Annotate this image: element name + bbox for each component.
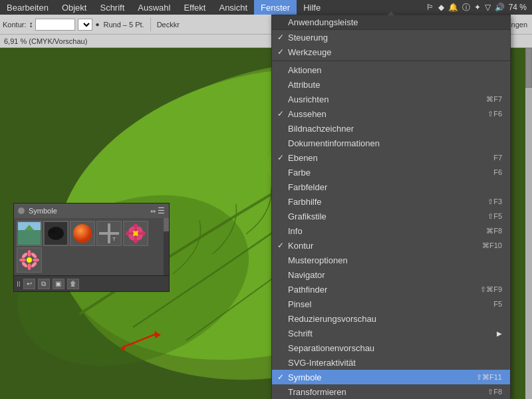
menu-label: Werkzeuge xyxy=(288,47,332,57)
svg-text:T: T xyxy=(112,236,116,242)
menu-label: Symbole xyxy=(288,372,322,382)
panel-new-btn[interactable]: ▣ xyxy=(53,279,65,289)
toolbar-separator xyxy=(150,18,151,31)
menu-item-transformieren[interactable]: Transformieren ⇧F8 xyxy=(272,384,510,399)
fenster-dropdown: Anwendungsleiste Steuerung Werkzeuge Akt… xyxy=(271,15,511,399)
shortcut-ausrichten: ⌘F7 xyxy=(486,95,502,104)
system-icon-volume: 🔊 xyxy=(495,3,505,12)
menu-schrift[interactable]: Schrift xyxy=(93,0,131,15)
shortcut-aussehen: ⇧F6 xyxy=(487,110,502,118)
menu-item-musteroptionen[interactable]: Musteroptionen xyxy=(272,253,510,267)
menu-item-dokumentinformationen[interactable]: Dokumentinformationen xyxy=(272,136,510,150)
shortcut-farbe: F6 xyxy=(493,168,502,176)
menubar: Bearbeiten Objekt Schrift Auswahl Effekt… xyxy=(0,0,532,15)
menu-item-farbhilfe[interactable]: Farbhilfe ⇧F3 xyxy=(272,194,510,209)
menu-item-steuerung[interactable]: Steuerung xyxy=(272,30,510,45)
symbol-item-daisy[interactable] xyxy=(17,247,42,273)
menu-item-reduzierungsvorschau[interactable]: Reduzierungsvorschau xyxy=(272,311,510,326)
menu-item-pathfinder[interactable]: Pathfinder ⇧⌘F9 xyxy=(272,282,510,297)
system-icon-flag: 🏳 xyxy=(426,3,434,12)
panel-titlebar: Symbole ⇔ ☰ xyxy=(14,203,169,218)
menu-bearbeiten[interactable]: Bearbeiten xyxy=(0,0,55,15)
deckkr-label: Deckkr xyxy=(155,21,182,29)
menu-item-ebenen[interactable]: Ebenen F7 xyxy=(272,150,510,165)
menu-fenster[interactable]: Fenster xyxy=(254,0,297,15)
menu-objekt[interactable]: Objekt xyxy=(55,0,94,15)
rund-label: Rund – 5 Pt. xyxy=(102,21,146,29)
panel-menu-icon[interactable]: ☰ xyxy=(158,206,165,215)
scrollbar-thumb[interactable] xyxy=(525,48,532,88)
kontur-select[interactable] xyxy=(78,19,92,31)
panel-delete-btn[interactable]: 🗑 xyxy=(67,279,79,289)
svg-point-35 xyxy=(33,259,39,262)
menu-label: Reduzierungsvorschau xyxy=(288,314,376,324)
statusbar-text: 6,91 % (CMYK/Vorschau) xyxy=(4,37,87,45)
svg-point-7 xyxy=(121,346,125,350)
kontur-label: Kontur: xyxy=(3,21,26,29)
menu-item-aktionen[interactable]: Aktionen xyxy=(272,63,510,77)
menu-ansicht[interactable]: Ansicht xyxy=(212,0,254,15)
menu-label: Pathfinder xyxy=(288,285,327,295)
panel-expand-icon[interactable]: ⇔ xyxy=(150,207,156,215)
menu-label: Anwendungsleiste xyxy=(288,17,358,27)
menu-label: Pinsel xyxy=(288,299,311,309)
menu-auswahl[interactable]: Auswahl xyxy=(131,0,177,15)
menu-item-grafikstile[interactable]: Grafikstile ⇧F5 xyxy=(272,209,510,223)
menu-label: Aktionen xyxy=(288,65,322,75)
menu-label: Bildnachzeichner xyxy=(288,124,354,134)
menu-label: Musteroptionen xyxy=(288,255,348,265)
kontur-input[interactable] xyxy=(35,19,75,31)
panel-close-button[interactable] xyxy=(18,207,25,214)
symbol-item-blob[interactable] xyxy=(43,221,68,246)
symbol-item-sphere[interactable] xyxy=(70,221,95,246)
system-icon-wifi: ▽ xyxy=(485,3,491,12)
svg-point-33 xyxy=(28,263,31,270)
svg-point-13 xyxy=(50,229,55,233)
menu-item-ausrichten[interactable]: Ausrichten ⌘F7 xyxy=(272,92,510,106)
menu-hilfe[interactable]: Hilfe xyxy=(297,0,327,15)
menu-item-symbole[interactable]: Symbole ⇧⌘F11 xyxy=(272,370,510,384)
symbole-panel: Symbole ⇔ ☰ xyxy=(13,203,170,292)
shortcut-pinsel: F5 xyxy=(493,300,502,308)
menu-item-farbfelder[interactable]: Farbfelder xyxy=(272,180,510,194)
menu-label: Attribute xyxy=(288,80,320,90)
menu-item-anwendungsleiste[interactable]: Anwendungsleiste xyxy=(272,15,510,30)
panel-title: Symbole xyxy=(29,207,57,215)
system-icon-dropbox: ◆ xyxy=(438,3,444,12)
menu-item-info[interactable]: Info ⌘F8 xyxy=(272,223,510,238)
symbol-item-landscape[interactable] xyxy=(17,221,42,246)
panel-duplicate-btn[interactable]: ⧉ xyxy=(38,279,50,289)
menu-item-bildnachzeichner[interactable]: Bildnachzeichner xyxy=(272,121,510,136)
menu-label: Info xyxy=(288,226,303,236)
menu-label: Dokumentinformationen xyxy=(288,138,380,148)
menu-item-schrift[interactable]: Schrift ▶ xyxy=(272,326,510,340)
system-icon-info: ⓘ xyxy=(462,2,470,13)
red-arrow xyxy=(116,327,170,354)
shortcut-info: ⌘F8 xyxy=(486,227,502,235)
scrollbar-right[interactable] xyxy=(525,48,532,399)
panel-scrollthumb[interactable] xyxy=(164,218,169,231)
panel-break-link-btn[interactable]: ↩ xyxy=(23,279,35,289)
menu-item-navigator[interactable]: Navigator xyxy=(272,267,510,282)
rund-icon: ● xyxy=(95,21,99,28)
menu-item-kontur[interactable]: Kontur ⌘F10 xyxy=(272,238,510,253)
menu-item-aussehen[interactable]: Aussehen ⇧F6 xyxy=(272,106,510,121)
menu-item-werkzeuge[interactable]: Werkzeuge xyxy=(272,45,510,59)
menubar-right: 🏳 ◆ 🔔 ⓘ ✦ ▽ 🔊 74 % xyxy=(426,2,532,13)
symbol-item-flower[interactable] xyxy=(123,221,148,246)
panel-scrollbar[interactable] xyxy=(164,218,169,275)
symbol-item-lines[interactable]: T xyxy=(96,221,122,246)
menu-separator-1 xyxy=(272,61,510,61)
menu-item-pinsel[interactable]: Pinsel F5 xyxy=(272,297,510,311)
schrift-submenu-arrow: ▶ xyxy=(497,330,502,337)
menu-item-farbe[interactable]: Farbe F6 xyxy=(272,165,510,180)
menu-effekt[interactable]: Effekt xyxy=(177,0,212,15)
menu-item-attribute[interactable]: Attribute xyxy=(272,77,510,92)
menu-item-svg-interaktivitaet[interactable]: SVG-Interaktivität xyxy=(272,355,510,370)
menu-label: Navigator xyxy=(288,270,325,280)
menu-item-separationenvorschau[interactable]: Separationenvorschau xyxy=(272,340,510,355)
svg-rect-18 xyxy=(99,232,119,235)
menu-label: Ausrichten xyxy=(288,94,329,104)
menu-label: Schrift xyxy=(288,329,313,338)
shortcut-symbole: ⇧⌘F11 xyxy=(476,373,502,382)
